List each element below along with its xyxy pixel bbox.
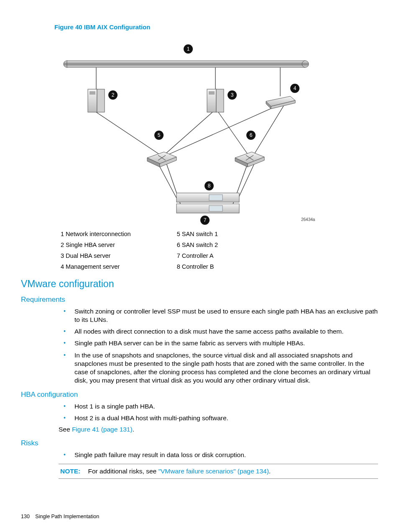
server-tower-icon — [207, 89, 224, 112]
callout-3: 3 — [231, 92, 234, 98]
legend-item: 4 Management server — [61, 263, 131, 270]
svg-line-10 — [238, 164, 254, 198]
hba-list: Host 1 is a single path HBA. Host 2 is a… — [59, 402, 378, 422]
note-box: NOTE: For additional risks, see "VMware … — [59, 464, 378, 479]
svg-rect-26 — [209, 195, 223, 200]
list-item: All nodes with direct connection to a di… — [59, 327, 378, 336]
list-item: Single path failure may result in data l… — [59, 451, 378, 459]
svg-line-5 — [218, 112, 248, 154]
requirements-list: Switch zoning or controller level SSP mu… — [59, 307, 378, 385]
text: . — [269, 468, 271, 475]
figure-diagram: 1 2 3 4 5 6 7 8 26434a — [54, 35, 322, 227]
svg-rect-25 — [176, 193, 239, 202]
list-item: Host 2 is a dual HBA host with multi-pat… — [59, 414, 378, 422]
text: For additional risks, see — [88, 468, 159, 475]
figure-ref: 26434a — [301, 217, 315, 222]
callout-4: 4 — [294, 85, 297, 91]
list-item: Host 1 is a single path HBA. — [59, 402, 378, 411]
svg-point-14 — [302, 61, 309, 67]
legend-item: 8 Controller B — [177, 263, 218, 270]
svg-rect-28 — [209, 206, 223, 211]
svg-line-3 — [96, 112, 159, 154]
legend-item: 5 SAN switch 1 — [177, 231, 218, 237]
see-line: See Figure 41 (page 131). — [59, 426, 378, 433]
san-switch-icon — [147, 152, 176, 167]
list-item: In the use of snapshots and snapclones, … — [59, 351, 378, 385]
heading-hba-configuration: HBA configuration — [21, 391, 378, 399]
list-item: Single path HBA server can be in the sam… — [59, 339, 378, 347]
text: . — [133, 426, 134, 433]
legend-item: 2 Single HBA server — [61, 242, 131, 248]
legend-item: 7 Controller A — [177, 252, 218, 259]
svg-rect-17 — [90, 91, 95, 95]
svg-line-7 — [254, 106, 284, 154]
callout-8: 8 — [208, 183, 211, 189]
legend-item: 3 Dual HBA server — [61, 252, 131, 259]
page-footer: 130 Single Path Implementation — [21, 514, 99, 519]
svg-rect-16 — [97, 89, 105, 112]
svg-line-4 — [165, 112, 212, 154]
callout-7: 7 — [204, 217, 207, 223]
svg-line-11 — [231, 164, 248, 210]
figure-legend: 1 Network interconnection 2 Single HBA s… — [61, 231, 378, 274]
svg-line-8 — [158, 164, 176, 198]
text: See — [59, 426, 72, 433]
page-number: 130 — [21, 514, 30, 519]
link-figure-41[interactable]: Figure 41 (page 131) — [72, 426, 133, 433]
heading-risks: Risks — [21, 439, 378, 447]
svg-line-6 — [169, 106, 277, 154]
link-vmware-failure-scenarios[interactable]: "VMware failure scenarios" (page 134) — [159, 468, 269, 475]
footer-section: Single Path Implementation — [35, 514, 99, 519]
note-label: NOTE: — [60, 468, 80, 475]
callout-6: 6 — [250, 132, 253, 138]
server-tower-icon — [88, 89, 105, 112]
svg-rect-27 — [176, 204, 239, 213]
heading-requirements: Requirements — [21, 296, 378, 304]
svg-rect-13 — [67, 61, 305, 67]
heading-vmware-configuration: VMware configuration — [21, 278, 378, 290]
callout-1: 1 — [187, 46, 190, 52]
legend-item: 1 Network interconnection — [61, 231, 131, 237]
risks-list: Single path failure may result in data l… — [59, 451, 378, 459]
callout-2: 2 — [112, 92, 115, 98]
svg-line-9 — [166, 164, 182, 210]
legend-item: 6 SAN switch 2 — [177, 242, 218, 248]
network-interconnection-bar — [64, 61, 309, 67]
figure-caption: Figure 40 IBM AIX Configuration — [54, 23, 378, 31]
callout-5: 5 — [158, 132, 161, 138]
svg-rect-19 — [216, 89, 224, 112]
svg-rect-20 — [209, 91, 215, 95]
controller-unit-icon — [176, 193, 239, 213]
san-switch-icon — [235, 152, 264, 167]
list-item: Switch zoning or controller level SSP mu… — [59, 307, 378, 324]
server-rack-icon — [266, 96, 295, 109]
